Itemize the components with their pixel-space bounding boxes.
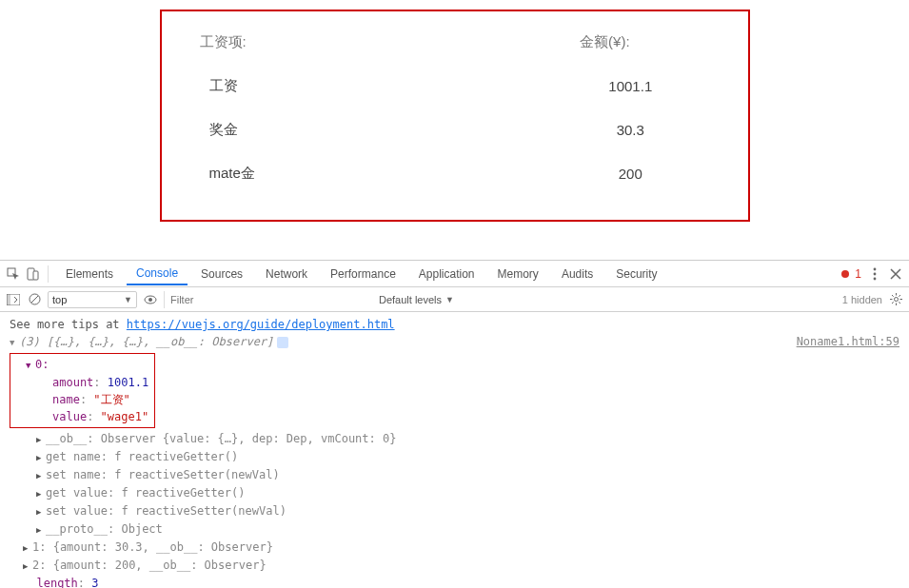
object-index[interactable]: 0: — [12, 356, 148, 374]
tab-security[interactable]: Security — [606, 264, 666, 284]
devtools-tabs: Elements Console Sources Network Perform… — [0, 261, 909, 287]
inspect-icon[interactable] — [6, 266, 21, 282]
tab-memory[interactable]: Memory — [488, 264, 548, 284]
chevron-down-icon: ▼ — [124, 295, 132, 304]
length-line: length: 3 — [10, 575, 899, 588]
svg-point-3 — [874, 267, 877, 270]
tab-elements[interactable]: Elements — [56, 264, 123, 284]
tab-console[interactable]: Console — [127, 263, 188, 285]
context-select[interactable]: top ▼ — [48, 291, 137, 308]
error-count[interactable]: 1 — [855, 267, 861, 281]
error-dot-icon[interactable] — [841, 270, 849, 278]
page-content: 工资项: 金额(¥): 工资 1001.1 奖金 30.3 mate金 200 — [0, 10, 909, 222]
sidebar-toggle-icon[interactable] — [6, 292, 21, 307]
prop-line: value: "wage1" — [12, 408, 148, 425]
row-amount: 200 — [513, 166, 747, 182]
row-name: 工资 — [162, 77, 514, 95]
tab-sources[interactable]: Sources — [191, 264, 252, 284]
prop-line[interactable]: __ob__: Observer {value: {…}, dep: Dep, … — [10, 430, 899, 448]
prop-line: amount: 1001.1 — [12, 374, 148, 391]
prop-line[interactable]: set name: f reactiveSetter(newVal) — [10, 466, 899, 484]
expanded-object-highlight: 0: amount: 1001.1 name: "工资" value: "wag… — [10, 353, 155, 428]
svg-point-5 — [874, 277, 877, 280]
console-output[interactable]: See more tips at https://vuejs.org/guide… — [0, 312, 909, 588]
svg-point-11 — [148, 298, 152, 302]
info-badge-icon[interactable] — [277, 337, 288, 348]
prop-line[interactable]: get name: f reactiveGetter() — [10, 448, 899, 466]
svg-point-4 — [874, 272, 877, 275]
prop-line[interactable]: set value: f reactiveSetter(newVal) — [10, 502, 899, 520]
levels-label: Default levels — [379, 294, 442, 305]
clear-icon[interactable] — [27, 292, 42, 307]
hidden-count[interactable]: 1 hidden — [842, 294, 882, 305]
source-link[interactable]: Noname1.html:59 — [797, 333, 899, 350]
prop-line: name: "工资" — [12, 391, 148, 408]
log-array-header[interactable]: (3) [{…}, {…}, {…}, __ob__: Observer] — [10, 333, 899, 351]
eye-icon[interactable] — [143, 292, 158, 307]
prop-line[interactable]: __proto__: Object — [10, 520, 899, 539]
svg-point-12 — [894, 298, 898, 302]
chevron-down-icon: ▼ — [445, 295, 454, 304]
svg-line-18 — [899, 302, 900, 304]
row-name: 奖金 — [162, 121, 514, 139]
svg-line-17 — [892, 295, 894, 297]
row-name: mate金 — [162, 165, 514, 183]
console-toolbar: top ▼ Default levels ▼ 1 hidden — [0, 287, 909, 312]
tip-link[interactable]: https://vuejs.org/guide/deployment.html — [127, 318, 395, 331]
svg-line-9 — [31, 296, 38, 303]
object-index[interactable]: 1: {amount: 30.3, __ob__: Observer} — [10, 539, 899, 557]
divider — [48, 265, 49, 283]
svg-line-20 — [892, 302, 894, 304]
filter-input[interactable] — [164, 291, 373, 308]
row-amount: 1001.1 — [513, 78, 747, 94]
header-amount: 金额(¥): — [513, 33, 747, 51]
device-icon[interactable] — [25, 266, 40, 282]
tab-audits[interactable]: Audits — [552, 264, 603, 284]
gear-icon[interactable] — [888, 292, 903, 307]
svg-rect-2 — [33, 271, 38, 280]
header-name: 工资项: — [162, 33, 514, 51]
log-levels-select[interactable]: Default levels ▼ — [379, 294, 454, 305]
svg-line-19 — [899, 295, 900, 297]
table-row: 奖金 30.3 — [162, 108, 748, 152]
svg-rect-7 — [7, 294, 10, 305]
tab-application[interactable]: Application — [409, 264, 484, 284]
tab-performance[interactable]: Performance — [321, 264, 405, 284]
salary-table: 工资项: 金额(¥): 工资 1001.1 奖金 30.3 mate金 200 — [160, 10, 750, 222]
console-tip: See more tips at https://vuejs.org/guide… — [10, 316, 899, 333]
object-index[interactable]: 2: {amount: 200, __ob__: Observer} — [10, 557, 899, 575]
kebab-icon[interactable] — [867, 266, 882, 282]
table-header-row: 工资项: 金额(¥): — [162, 21, 748, 65]
close-icon[interactable] — [888, 266, 903, 282]
tab-network[interactable]: Network — [256, 264, 317, 284]
prop-line[interactable]: get value: f reactiveGetter() — [10, 484, 899, 502]
table-row: mate金 200 — [162, 152, 748, 196]
devtools-panel: Elements Console Sources Network Perform… — [0, 260, 909, 588]
row-amount: 30.3 — [513, 122, 747, 138]
table-row: 工资 1001.1 — [162, 65, 748, 108]
context-value: top — [52, 294, 67, 305]
